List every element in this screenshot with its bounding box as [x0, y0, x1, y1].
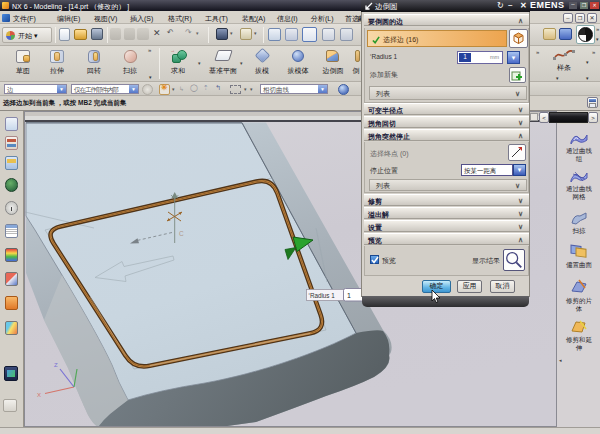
svg-text:‘Radius 1: ‘Radius 1: [309, 292, 336, 299]
svg-text:1: 1: [347, 292, 351, 299]
svg-text:C: C: [179, 230, 184, 237]
svg-text:X: X: [37, 392, 41, 398]
svg-text:Z: Z: [54, 362, 58, 368]
